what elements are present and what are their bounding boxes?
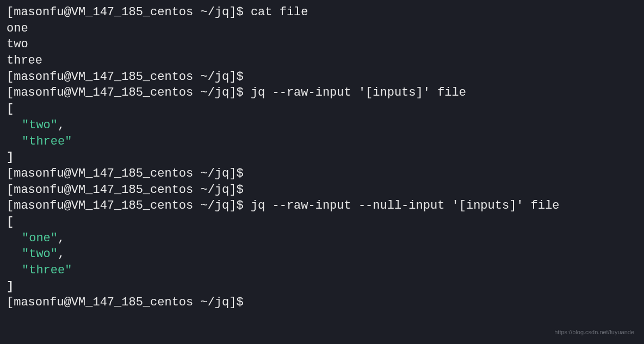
terminal-line: ] <box>7 149 637 166</box>
json-string: "two" <box>22 118 58 132</box>
terminal-line: [masonfu@VM_147_185_centos ~/jq]$ cat fi… <box>7 4 637 21</box>
terminal-line: two <box>7 36 637 53</box>
terminal-line: three <box>7 53 637 69</box>
json-string: "three" <box>22 135 72 148</box>
shell-prompt: [masonfu@VM_147_185_centos ~/jq]$ <box>7 296 251 309</box>
shell-command: jq --raw-input --null-input '[inputs]' f… <box>251 199 560 212</box>
terminal-line: [masonfu@VM_147_185_centos ~/jq]$ jq --r… <box>7 198 637 214</box>
shell-prompt: [masonfu@VM_147_185_centos ~/jq]$ <box>7 199 251 212</box>
watermark-text: https://blog.csdn.net/fuyuande <box>554 328 634 336</box>
terminal-line: "two", <box>7 117 637 134</box>
terminal-line: "one", <box>7 230 637 247</box>
terminal-line: [ <box>7 101 637 117</box>
shell-command: cat file <box>251 5 308 19</box>
json-comma: , <box>58 118 65 132</box>
json-comma: , <box>58 232 65 245</box>
terminal-line: "three" <box>7 262 637 279</box>
terminal-line: [masonfu@VM_147_185_centos ~/jq]$ jq --r… <box>7 85 637 101</box>
terminal-line: [masonfu@VM_147_185_centos ~/jq]$ <box>7 295 637 311</box>
json-string: "one" <box>22 232 58 245</box>
json-string: "three" <box>22 264 72 277</box>
terminal-line: [ <box>7 214 637 230</box>
terminal-output-container[interactable]: [masonfu@VM_147_185_centos ~/jq]$ cat fi… <box>7 4 637 311</box>
shell-prompt: [masonfu@VM_147_185_centos ~/jq]$ <box>7 183 251 197</box>
json-string: "two" <box>22 247 58 261</box>
terminal-line: [masonfu@VM_147_185_centos ~/jq]$ <box>7 166 637 182</box>
terminal-line: ] <box>7 279 637 295</box>
shell-prompt: [masonfu@VM_147_185_centos ~/jq]$ <box>7 167 251 180</box>
shell-prompt: [masonfu@VM_147_185_centos ~/jq]$ <box>7 5 251 19</box>
shell-command: jq --raw-input '[inputs]' file <box>251 86 466 99</box>
terminal-line: "two", <box>7 246 637 262</box>
shell-prompt: [masonfu@VM_147_185_centos ~/jq]$ <box>7 86 251 99</box>
json-comma: , <box>58 247 65 261</box>
terminal-line: "three" <box>7 134 637 150</box>
terminal-line: [masonfu@VM_147_185_centos ~/jq]$ <box>7 69 637 85</box>
terminal-line: [masonfu@VM_147_185_centos ~/jq]$ <box>7 182 637 198</box>
shell-prompt: [masonfu@VM_147_185_centos ~/jq]$ <box>7 70 251 84</box>
terminal-line: one <box>7 21 637 37</box>
